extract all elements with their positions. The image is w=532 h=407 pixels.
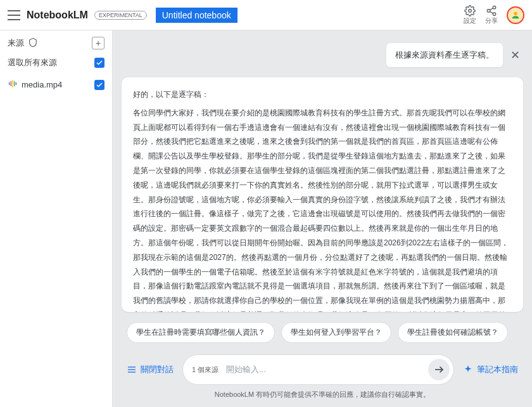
close-icon[interactable]: ✕ [508, 48, 522, 62]
avatar[interactable] [507, 6, 524, 24]
svg-line-4 [490, 11, 493, 13]
source-name: media.mp4 [22, 80, 62, 89]
gear-icon [464, 5, 476, 16]
followup-chip[interactable]: 學生在註冊時需要填寫哪些個人資訊？ [127, 322, 275, 343]
audio-icon [8, 79, 18, 91]
input-row: 關閉對話 1 個來源 開始輸入... 筆記本指南 [113, 348, 532, 387]
svg-point-6 [514, 11, 517, 15]
svg-rect-9 [12, 80, 13, 87]
source-checkbox[interactable] [94, 80, 104, 90]
svg-point-2 [487, 9, 490, 12]
svg-rect-7 [9, 82, 10, 85]
source-count: 1 個來源 [192, 365, 218, 375]
disclaimer: NotebookLM 有時仍可能會提供不準確的回應，建議你自行確認事實。 [113, 387, 532, 404]
response-card: 好的，以下是逐字稿： 各位同學們大家好，我們現在要介紹的是桃園國際城教育科技有的… [122, 77, 523, 312]
notebook-title[interactable]: Untitled notebook [156, 8, 238, 23]
source-item[interactable]: media.mp4 [8, 76, 104, 93]
add-source-button[interactable]: + [92, 37, 104, 49]
chat-input-box[interactable]: 1 個來源 開始輸入... [182, 354, 454, 385]
svg-rect-13 [128, 369, 136, 370]
experimental-badge: EXPERIMENTAL [94, 11, 147, 20]
svg-point-3 [493, 13, 496, 16]
logo: NotebookLM [27, 10, 88, 21]
top-actions: 設定 分享 [464, 5, 524, 25]
svg-rect-10 [14, 81, 15, 86]
followup-row: 學生在註冊時需要填寫哪些個人資訊？ 學生如何登入到學習平台？ 學生註冊後如何確認… [113, 317, 532, 348]
svg-point-1 [493, 6, 496, 9]
user-icon [510, 10, 521, 20]
shield-icon [28, 37, 38, 49]
followup-chip[interactable]: 學生註冊後如何確認帳號？ [398, 322, 508, 343]
settings-button[interactable]: 設定 [464, 5, 476, 25]
response-intro: 好的，以下是逐字稿： [133, 87, 512, 102]
select-all-sources[interactable]: 選取所有來源 [8, 55, 104, 71]
svg-rect-11 [16, 82, 16, 85]
response-body: 各位同學們大家好，我們現在要介紹的是桃園國際城教育科技有的學生註冊方式。那首先呢… [133, 106, 512, 312]
share-button[interactable]: 分享 [485, 5, 498, 25]
send-button[interactable] [428, 359, 450, 380]
svg-rect-14 [128, 371, 136, 372]
followup-chip[interactable]: 學生如何登入到學習平台？ [281, 322, 391, 343]
sidebar: 来源 + 選取所有來源 media.mp4 [0, 30, 113, 407]
sparkle-icon [463, 365, 473, 375]
notebook-guide-button[interactable]: 筆記本指南 [463, 364, 518, 375]
select-all-checkbox[interactable] [94, 58, 104, 68]
sources-header: 来源 + [8, 37, 104, 49]
suggestion-bar: 根據來源資料產生逐字稿。 ✕ [113, 30, 532, 72]
svg-rect-12 [128, 366, 136, 367]
svg-line-5 [490, 8, 493, 10]
share-icon [486, 5, 497, 16]
main-panel: 根據來源資料產生逐字稿。 ✕ 好的，以下是逐字稿： 各位同學們大家好，我們現在要… [113, 30, 532, 407]
menu-icon[interactable] [8, 10, 20, 20]
suggestion-chip[interactable]: 根據來源資料產生逐字稿。 [386, 43, 503, 67]
collapse-icon [127, 365, 137, 375]
chat-input[interactable]: 開始輸入... [226, 364, 421, 375]
topbar: NotebookLM EXPERIMENTAL Untitled noteboo… [0, 0, 532, 30]
sources-label: 来源 [8, 37, 24, 49]
toggle-chat-button[interactable]: 關閉對話 [127, 364, 174, 375]
svg-rect-8 [11, 81, 11, 86]
svg-point-0 [469, 9, 472, 12]
arrow-right-icon [433, 364, 445, 375]
